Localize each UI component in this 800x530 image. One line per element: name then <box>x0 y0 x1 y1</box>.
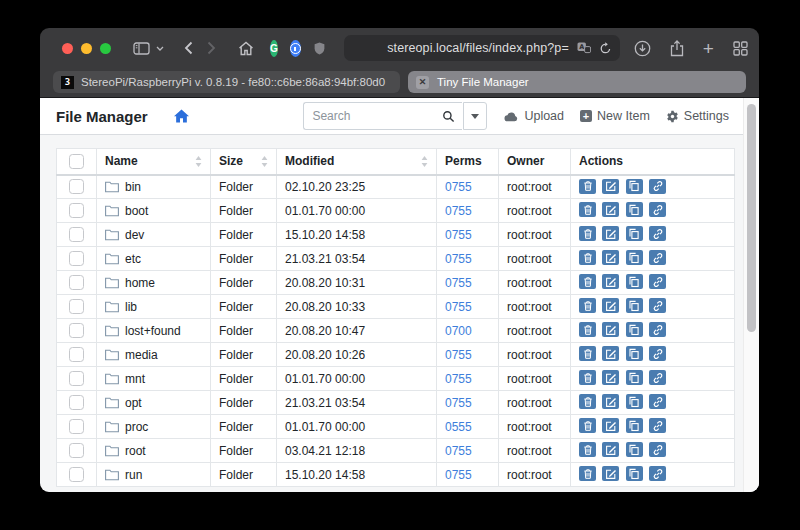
new-item-button[interactable]: + New Item <box>580 109 650 123</box>
folder-name-link[interactable]: opt <box>125 396 142 410</box>
delete-button[interactable] <box>579 394 596 409</box>
link-button[interactable] <box>649 202 666 217</box>
onepassword-icon[interactable] <box>290 40 301 57</box>
settings-button[interactable]: Settings <box>666 109 729 123</box>
perms-link[interactable]: 0755 <box>445 300 472 314</box>
delete-button[interactable] <box>579 202 596 217</box>
select-all-checkbox[interactable] <box>69 154 84 169</box>
delete-button[interactable] <box>579 322 596 337</box>
translate-icon[interactable]: A <box>577 42 591 54</box>
copy-button[interactable] <box>626 370 643 385</box>
perms-link[interactable]: 0555 <box>445 420 472 434</box>
link-button[interactable] <box>649 250 666 265</box>
perms-link[interactable]: 0755 <box>445 372 472 386</box>
edit-button[interactable] <box>602 418 619 433</box>
copy-button[interactable] <box>626 202 643 217</box>
perms-link[interactable]: 0755 <box>445 180 472 194</box>
copy-button[interactable] <box>626 274 643 289</box>
column-header-modified[interactable]: Modified <box>277 149 437 175</box>
forward-icon[interactable] <box>207 41 216 55</box>
delete-button[interactable] <box>579 226 596 241</box>
perms-link[interactable]: 0755 <box>445 276 472 290</box>
edit-button[interactable] <box>602 250 619 265</box>
copy-button[interactable] <box>626 298 643 313</box>
row-checkbox[interactable] <box>69 299 84 314</box>
link-button[interactable] <box>649 370 666 385</box>
column-header-name[interactable]: Name <box>97 149 211 175</box>
folder-name-link[interactable]: home <box>125 276 155 290</box>
edit-button[interactable] <box>602 298 619 313</box>
scrollbar-thumb[interactable] <box>747 104 756 332</box>
edit-button[interactable] <box>602 370 619 385</box>
delete-button[interactable] <box>579 418 596 433</box>
folder-name-link[interactable]: proc <box>125 420 148 434</box>
share-icon[interactable] <box>670 40 684 57</box>
tab-tiny-file-manager[interactable]: ✕ Tiny File Manager <box>408 71 746 93</box>
delete-button[interactable] <box>579 298 596 313</box>
new-tab-icon[interactable]: + <box>703 39 714 58</box>
tab-stereopi[interactable]: 3 StereoPi/RaspberryPi v. 0.8.19 - fe80:… <box>53 71 400 93</box>
zoom-window-button[interactable] <box>100 43 111 54</box>
copy-button[interactable] <box>626 250 643 265</box>
perms-link[interactable]: 0700 <box>445 324 472 338</box>
edit-button[interactable] <box>602 274 619 289</box>
link-button[interactable] <box>649 346 666 361</box>
edit-button[interactable] <box>602 394 619 409</box>
copy-button[interactable] <box>626 226 643 241</box>
folder-name-link[interactable]: run <box>125 468 142 482</box>
row-checkbox[interactable] <box>69 347 84 362</box>
shield-icon[interactable] <box>313 41 326 56</box>
link-button[interactable] <box>649 418 666 433</box>
link-button[interactable] <box>649 226 666 241</box>
close-window-button[interactable] <box>62 43 73 54</box>
row-checkbox[interactable] <box>69 395 84 410</box>
perms-link[interactable]: 0755 <box>445 204 472 218</box>
row-checkbox[interactable] <box>69 179 84 194</box>
delete-button[interactable] <box>579 370 596 385</box>
row-checkbox[interactable] <box>69 467 84 482</box>
folder-name-link[interactable]: bin <box>125 180 141 194</box>
delete-button[interactable] <box>579 179 596 194</box>
perms-link[interactable]: 0755 <box>445 396 472 410</box>
reload-icon[interactable] <box>599 42 612 55</box>
address-bar[interactable]: stereopi.local/files/index.php?p= A <box>344 35 620 61</box>
link-button[interactable] <box>649 442 666 457</box>
row-checkbox[interactable] <box>69 275 84 290</box>
sidebar-icon[interactable] <box>133 42 150 55</box>
copy-button[interactable] <box>626 418 643 433</box>
delete-button[interactable] <box>579 250 596 265</box>
link-button[interactable] <box>649 322 666 337</box>
tab-overview-icon[interactable] <box>733 41 748 56</box>
edit-button[interactable] <box>602 322 619 337</box>
perms-link[interactable]: 0755 <box>445 468 472 482</box>
edit-button[interactable] <box>602 202 619 217</box>
upload-button[interactable]: Upload <box>504 109 564 123</box>
row-checkbox[interactable] <box>69 323 84 338</box>
folder-name-link[interactable]: etc <box>125 252 141 266</box>
perms-link[interactable]: 0755 <box>445 444 472 458</box>
edit-button[interactable] <box>602 346 619 361</box>
folder-name-link[interactable]: media <box>125 348 158 362</box>
folder-name-link[interactable]: lib <box>125 300 137 314</box>
perms-link[interactable]: 0755 <box>445 348 472 362</box>
row-checkbox[interactable] <box>69 419 84 434</box>
folder-name-link[interactable]: lost+found <box>125 324 181 338</box>
scrollbar-track[interactable] <box>743 98 759 492</box>
edit-button[interactable] <box>602 466 619 481</box>
row-checkbox[interactable] <box>69 203 84 218</box>
delete-button[interactable] <box>579 346 596 361</box>
delete-button[interactable] <box>579 466 596 481</box>
edit-button[interactable] <box>602 179 619 194</box>
grammarly-icon[interactable]: G <box>270 40 278 57</box>
edit-button[interactable] <box>602 442 619 457</box>
copy-button[interactable] <box>626 394 643 409</box>
link-button[interactable] <box>649 298 666 313</box>
home-icon[interactable] <box>174 109 189 123</box>
copy-button[interactable] <box>626 322 643 337</box>
delete-button[interactable] <box>579 274 596 289</box>
row-checkbox[interactable] <box>69 443 84 458</box>
row-checkbox[interactable] <box>69 227 84 242</box>
delete-button[interactable] <box>579 442 596 457</box>
row-checkbox[interactable] <box>69 251 84 266</box>
search-options-button[interactable] <box>463 102 487 130</box>
